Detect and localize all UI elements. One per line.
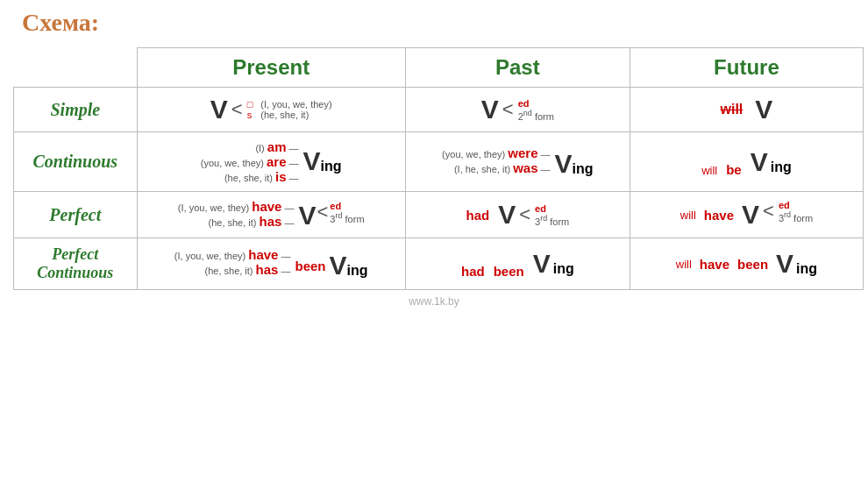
pres-perf-pronoun-aux: (I, you, we, they) have — (he, she, it) … [178,199,295,229]
cell-perfect-cont-present: (I, you, we, they) have — (he, she, it) … [137,238,405,290]
v-char-simple-pres: V [210,95,228,124]
have-fut-perf: have [704,208,734,223]
pres-cont-pronoun-aux: (I) am — (you, we, they) are — (he, she,… [201,139,299,184]
been-fut-perf-cont: been [737,257,768,272]
simple-pres-pronouns: (I, you, we, they) (he, she, it) [260,99,331,120]
cell-perfect-cont-future: will have been Ving [630,238,863,290]
row-continuous: Continuous (I) am — (you, we, they) are … [14,132,864,192]
ing-fut-perf-cont: ing [796,261,817,277]
page-title: Схема: [13,9,855,37]
header-empty-top [14,48,138,88]
pres-perf-ved: V < ed 3rd form [298,201,364,230]
cell-simple-future: will V [630,88,863,132]
cell-simple-past: V < ed 2nd form [405,88,630,132]
pres-cont-ving: Ving [303,146,342,176]
v-char-past-perf: V [498,200,516,230]
cell-perfect-cont-past: had been Ving [405,238,630,290]
header-past: Past [405,48,630,88]
had-past-perf: had [466,208,489,223]
header-present: Present [137,48,405,88]
fut-perf-labels: ed 3rd form [779,200,813,223]
ed-label-past: ed [518,98,530,109]
past-cont-pronoun-aux: (you, we, they) were — (I, he, she, it) … [442,145,550,175]
will-fut-perf: will [680,209,696,222]
watermark: www.1k.by [13,295,855,308]
cell-simple-present: V < □ s (I, you, we, they) (he, she, it) [137,88,405,132]
v-char-fut-perf: V [742,200,759,230]
cell-continuous-future: will be Ving [630,132,863,192]
simple-pres-labels: □ s [247,99,253,120]
had-past-perf-cont: had [461,264,485,279]
have-fut-perf-cont: have [700,257,729,272]
v-char-cont-fut: V [751,147,768,177]
v-char-fut-perf-cont: V [776,249,793,279]
row-perfect-continuous: PerfectContinuous (I, you, we, they) hav… [14,238,864,290]
label-perfect-continuous: PerfectContinuous [14,238,138,290]
simple-past-labels: ed 2nd form [518,98,554,122]
will-fut-perf-cont: will [676,258,692,271]
ing-cont-fut: ing [771,159,792,175]
be-cont-fut: be [726,162,742,177]
angle-fut-perf: < [763,200,774,223]
cell-perfect-past: had V < ed 3rd form [405,192,630,238]
pres-perf-cont-been-ving: been Ving [295,251,368,280]
angle-simple-pres: < [231,98,243,121]
cell-continuous-past: (you, we, they) were — (I, he, she, it) … [405,132,630,192]
form-label-past: 2nd form [518,109,554,122]
row-perfect: Perfect (I, you, we, they) have — (he, s… [14,192,864,238]
simple-pres-s: s [247,110,253,120]
row-simple: Simple V < □ s (I, you, we, they) (he, s… [14,88,864,132]
cell-perfect-future: will have V < ed 3rd form [630,192,863,238]
label-perfect: Perfect [14,192,138,238]
pres-perf-cont-pronoun-aux: (I, you, we, they) have — (he, she, it) … [174,247,291,277]
cell-perfect-present: (I, you, we, they) have — (he, she, it) … [137,192,405,238]
v-char-past-perf-cont: V [533,249,551,279]
v-char-simple-past: V [481,95,499,124]
past-perf-labels: ed 3rd form [535,203,569,227]
past-cont-ving: Ving [555,149,594,179]
will-cont-fut: will [701,164,717,177]
been-past-perf-cont: been [494,264,524,279]
grammar-table: Present Past Future Simple V < □ s [13,47,864,290]
box-icon: □ [247,99,253,110]
label-continuous: Continuous [14,132,138,192]
angle-simple-past: < [502,98,514,121]
v-char-simple-fut: V [755,95,772,124]
header-future: Future [630,48,863,88]
ing-past-perf-cont: ing [553,261,574,277]
will-strikethrough: will [721,102,743,117]
cell-continuous-present: (I) am — (you, we, they) are — (he, she,… [137,132,405,192]
angle-past-perf: < [519,203,530,226]
label-simple: Simple [14,88,138,132]
